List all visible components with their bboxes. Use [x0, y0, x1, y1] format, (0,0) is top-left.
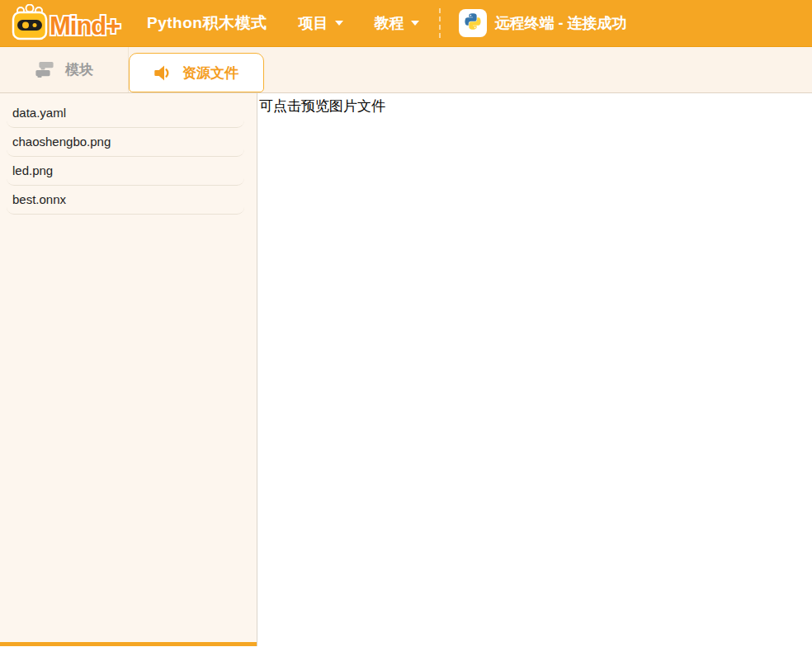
- content-area: data.yaml chaoshengbo.png led.png best.o…: [0, 93, 812, 646]
- tab-modules-label: 模块: [65, 60, 93, 79]
- sidebar-accent-bar: [0, 642, 257, 646]
- speaker-icon: [154, 64, 173, 82]
- menu-tutorial-label: 教程: [374, 13, 404, 33]
- mode-label: Python积木模式: [147, 12, 267, 34]
- file-name: best.onnx: [12, 192, 66, 206]
- chevron-down-icon: [411, 21, 419, 26]
- python-icon: [459, 9, 487, 37]
- mindplus-logo-text: Mind+: [50, 12, 120, 40]
- header-divider: [439, 8, 441, 38]
- tab-resource-files-label: 资源文件: [182, 64, 238, 83]
- file-row[interactable]: led.png: [7, 157, 244, 186]
- chevron-down-icon: [335, 21, 343, 26]
- file-row[interactable]: best.onnx: [7, 186, 244, 215]
- tab-modules[interactable]: 模块: [0, 47, 129, 92]
- mindplus-logo-icon: Mind+: [10, 4, 127, 42]
- tab-resource-files[interactable]: 资源文件: [129, 53, 264, 92]
- blocks-icon: [35, 61, 56, 78]
- menu-tutorial[interactable]: 教程: [374, 13, 419, 33]
- menu-project[interactable]: 项目: [298, 13, 343, 33]
- file-name: chaoshengbo.png: [12, 135, 111, 149]
- menu-project-label: 项目: [298, 13, 328, 33]
- remote-terminal-status[interactable]: 远程终端 - 连接成功: [459, 9, 626, 37]
- file-row[interactable]: chaoshengbo.png: [7, 128, 244, 157]
- preview-hint-text: 可点击预览图片文件: [259, 97, 812, 116]
- file-name: data.yaml: [12, 106, 66, 120]
- connection-status-label: 远程终端 - 连接成功: [494, 13, 626, 33]
- preview-pane: 可点击预览图片文件: [257, 93, 812, 646]
- panel-tabbar: 模块 资源文件: [0, 47, 812, 93]
- app-header: Mind+ Python积木模式 项目 教程 远程终端 - 连接成功: [0, 0, 812, 47]
- mindplus-logo: Mind+: [10, 4, 127, 42]
- file-list: data.yaml chaoshengbo.png led.png best.o…: [0, 99, 257, 215]
- resource-file-sidebar: data.yaml chaoshengbo.png led.png best.o…: [0, 93, 257, 646]
- python-logo-icon: [463, 13, 483, 33]
- file-name: led.png: [12, 163, 53, 177]
- file-row[interactable]: data.yaml: [7, 99, 244, 128]
